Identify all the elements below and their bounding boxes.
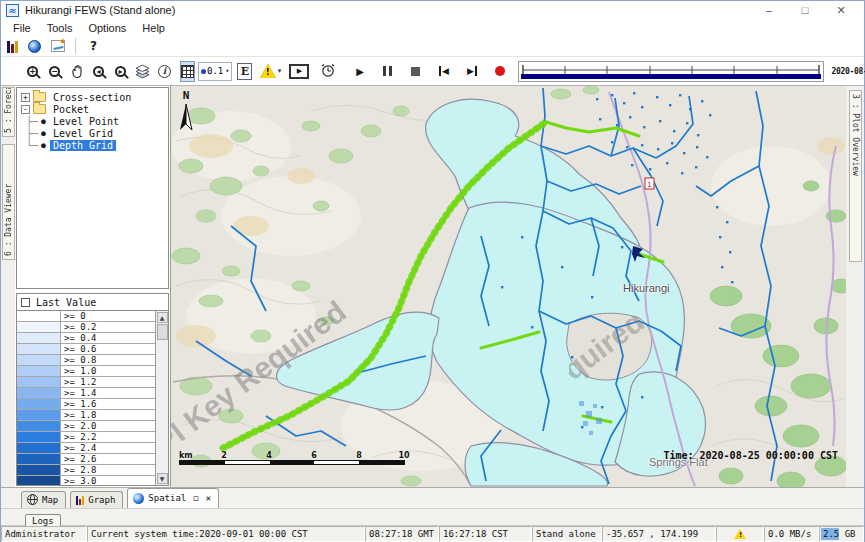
legend-swatch — [17, 476, 61, 485]
tree-node-depth-grid[interactable]: └─ ● Depth Grid — [17, 139, 168, 151]
legend-row: >= 2.8 — [17, 465, 155, 476]
timeline-slider[interactable] — [518, 61, 824, 82]
skip-to-begin-button[interactable]: ◀ — [434, 61, 453, 82]
menu-file[interactable]: File — [5, 22, 39, 34]
legend-row: >= 1.6 — [17, 399, 155, 410]
collapse-icon[interactable]: - — [21, 105, 30, 114]
expand-icon[interactable]: + — [21, 93, 30, 102]
zoom-next-button[interactable]: ▸ — [111, 61, 130, 82]
legend-swatch — [17, 421, 61, 431]
tab-maximize-icon[interactable]: ◻ — [193, 493, 198, 503]
tab-spatial[interactable]: Spatial ◻ ✕ — [127, 488, 219, 508]
zoom-out-icon: − — [49, 66, 60, 77]
scale-tick: 8 — [356, 451, 362, 460]
watermark-text: API Key Required — [569, 316, 651, 380]
zoom-in-icon: + — [27, 66, 38, 77]
stop-button[interactable] — [406, 61, 425, 82]
watermark-clip: API Key Required — [569, 316, 657, 380]
warning-threshold-dropdown[interactable]: ! ▾ — [257, 61, 283, 82]
node-bullet-icon: ● — [41, 141, 46, 150]
layers-button[interactable] — [133, 61, 152, 82]
record-button[interactable] — [490, 61, 509, 82]
main-toolbar: ? — [1, 36, 864, 57]
tree-node-label[interactable]: Pocket — [50, 104, 92, 115]
legend-swatch — [17, 366, 61, 376]
tab-plot-overview[interactable]: 3 : Plot Overview — [849, 90, 862, 262]
chevron-down-icon: ▾ — [225, 67, 229, 75]
scrollbar-thumb[interactable] — [157, 324, 168, 340]
timeseries-display-icon[interactable] — [7, 40, 18, 53]
tree-node-label-selected[interactable]: Depth Grid — [50, 140, 116, 151]
scroll-down-icon[interactable]: ▼ — [157, 473, 168, 484]
help-button[interactable]: ? — [86, 39, 101, 53]
legend-scrollbar[interactable]: ▲ ▼ — [155, 311, 168, 485]
pause-button[interactable] — [378, 61, 397, 82]
tree-node-label[interactable]: Cross-section — [50, 92, 134, 103]
menu-options[interactable]: Options — [80, 22, 134, 34]
zoom-previous-button[interactable]: ◂ — [89, 61, 108, 82]
legend-row: >= 2.4 — [17, 443, 155, 454]
tree-node-label[interactable]: Level Point — [50, 116, 122, 127]
legend-row-label: >= 0.6 — [61, 344, 155, 354]
tab-close-icon[interactable]: ✕ — [206, 493, 211, 503]
legend-header: Last Value — [17, 294, 168, 310]
info-button[interactable]: i — [155, 61, 174, 82]
legend-row: >= 0.2 — [17, 322, 155, 333]
map-display-icon[interactable] — [28, 40, 41, 53]
minimize-button[interactable]: – — [751, 2, 787, 19]
play-button[interactable]: ▶ — [350, 61, 369, 82]
legend-row-label: >= 1.0 — [61, 366, 155, 376]
close-button[interactable]: ✕ — [823, 2, 859, 19]
map-viewport[interactable]: 1 API Key Required API Key Required N Hi… — [171, 86, 846, 487]
legend-row-label: >= 1.4 — [61, 388, 155, 398]
legend-row: >= 2.6 — [17, 454, 155, 465]
tree-node-level-point[interactable]: ├─ ● Level Point — [17, 115, 168, 127]
tab-forecast[interactable]: 5 : Forecast — [2, 87, 15, 137]
status-warning[interactable]: ! — [716, 526, 764, 542]
node-bullet-icon: ● — [41, 117, 46, 126]
timeline-progress-bar — [521, 74, 821, 79]
menu-tools[interactable]: Tools — [39, 22, 81, 34]
layers-icon — [135, 64, 150, 79]
timeline-datetime: 2020-08-25 00:00:00 CST — [831, 67, 865, 76]
movie-player-button[interactable]: ▶ — [286, 61, 312, 82]
map-time-label: Time: 2020-08-25 00:00:00 CST — [663, 450, 838, 461]
status-bar: Administrator Current system time:2020-0… — [1, 526, 864, 542]
scale-unit: km — [179, 451, 193, 460]
pan-hand-icon — [70, 63, 84, 79]
north-arrow: N — [179, 89, 193, 136]
skip-to-end-button[interactable]: ▶ — [462, 61, 481, 82]
legend-swatch — [17, 333, 61, 343]
zoom-in-button[interactable]: + — [23, 61, 42, 82]
status-gmt-time: 08:27:18 GMT — [365, 526, 439, 542]
title-bar: ≈ Hikurangi FEWS (Stand alone) – □ ✕ — [1, 1, 864, 19]
grid-display-toggle[interactable] — [180, 61, 195, 82]
svg-text:1: 1 — [647, 180, 652, 189]
tab-graph[interactable]: Graph — [70, 491, 123, 508]
scroll-up-icon[interactable]: ▲ — [157, 312, 168, 323]
tree-node-level-grid[interactable]: ├─ ● Level Grid — [17, 127, 168, 139]
zoom-out-button[interactable]: − — [45, 61, 64, 82]
last-value-checkbox[interactable] — [21, 298, 30, 307]
legend-row: >= 1.8 — [17, 410, 155, 421]
tree-node-pocket[interactable]: - Pocket — [17, 103, 168, 115]
tab-data-viewer[interactable]: 6 : Data Viewer — [2, 144, 15, 260]
legend-row: >= 1.4 — [17, 388, 155, 399]
classbreaks-dropdown[interactable]: 0.1 ▾ — [198, 62, 232, 81]
legend-row-label: >= 2.6 — [61, 454, 155, 464]
tree-node-label[interactable]: Level Grid — [50, 128, 116, 139]
maximize-button[interactable]: □ — [787, 2, 823, 19]
legend-swatch — [17, 432, 61, 442]
animation-settings-button[interactable] — [315, 61, 341, 82]
label-toggle-button[interactable]: E — [235, 61, 254, 82]
animation-clock-icon — [320, 63, 336, 79]
tab-map[interactable]: Map — [21, 491, 66, 508]
window-title: Hikurangi FEWS (Stand alone) — [25, 4, 175, 16]
legend-swatch — [17, 399, 61, 409]
scale-tick: 2 — [221, 451, 227, 460]
menu-help[interactable]: Help — [134, 22, 173, 34]
longitudinal-profile-icon[interactable] — [51, 40, 65, 52]
pan-button[interactable] — [67, 61, 86, 82]
grid-icon — [181, 65, 194, 78]
legend-swatch — [17, 465, 61, 475]
